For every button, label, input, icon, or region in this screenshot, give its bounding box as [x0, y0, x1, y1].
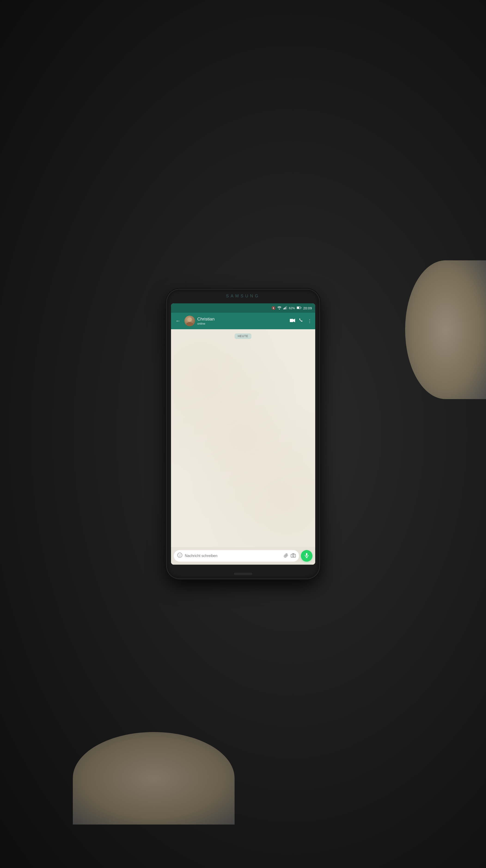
header-actions: ⋮ — [290, 318, 312, 324]
more-options-icon[interactable]: ⋮ — [307, 318, 312, 324]
battery-icon — [297, 306, 301, 310]
contact-name: Christian — [197, 316, 288, 322]
emoji-button[interactable] — [177, 552, 183, 559]
status-time: 20:09 — [303, 306, 312, 310]
mic-icon — [304, 553, 309, 559]
svg-point-12 — [179, 555, 179, 555]
svg-point-15 — [292, 555, 294, 557]
message-input-wrapper — [174, 550, 299, 562]
wifi-icon — [277, 306, 282, 310]
avatar-body — [186, 322, 193, 326]
svg-point-13 — [180, 555, 181, 555]
video-call-icon[interactable] — [290, 318, 295, 324]
svg-rect-5 — [287, 306, 287, 309]
phone: SAMSUNG 🔇 62% — [167, 289, 319, 579]
camera-button[interactable] — [291, 553, 296, 559]
app-header: ← Christian online — [171, 313, 315, 329]
svg-rect-16 — [306, 553, 307, 556]
svg-rect-2 — [284, 308, 285, 309]
home-indicator — [234, 573, 252, 575]
date-badge-label: HEUTE — [234, 334, 252, 339]
attach-button[interactable] — [283, 553, 288, 559]
contact-status: online — [197, 322, 288, 325]
back-button[interactable]: ← — [174, 317, 182, 325]
input-bar — [171, 547, 315, 565]
samsung-brand: SAMSUNG — [226, 293, 260, 299]
chat-area: HEUTE — [171, 329, 315, 547]
svg-rect-3 — [285, 307, 286, 309]
svg-point-11 — [177, 553, 182, 557]
svg-rect-8 — [297, 307, 299, 309]
message-input[interactable] — [185, 554, 281, 558]
svg-rect-7 — [301, 307, 301, 308]
signal-icon — [283, 306, 287, 310]
battery-text: 62% — [289, 306, 295, 310]
contact-info[interactable]: Christian online — [197, 316, 288, 325]
svg-rect-9 — [290, 319, 293, 322]
hand-right — [405, 260, 486, 399]
svg-marker-10 — [293, 319, 295, 322]
screen: 🔇 62% — [171, 303, 315, 565]
mic-button[interactable] — [301, 550, 313, 562]
svg-rect-4 — [286, 306, 286, 309]
hand-bottom — [73, 732, 234, 825]
date-badge: HEUTE — [171, 334, 315, 339]
avatar[interactable] — [185, 316, 195, 326]
avatar-head — [188, 317, 192, 322]
svg-point-0 — [279, 309, 280, 309]
mute-icon: 🔇 — [271, 306, 276, 310]
phone-call-icon[interactable] — [299, 318, 304, 324]
status-bar: 🔇 62% — [171, 303, 315, 313]
svg-rect-1 — [283, 308, 284, 309]
